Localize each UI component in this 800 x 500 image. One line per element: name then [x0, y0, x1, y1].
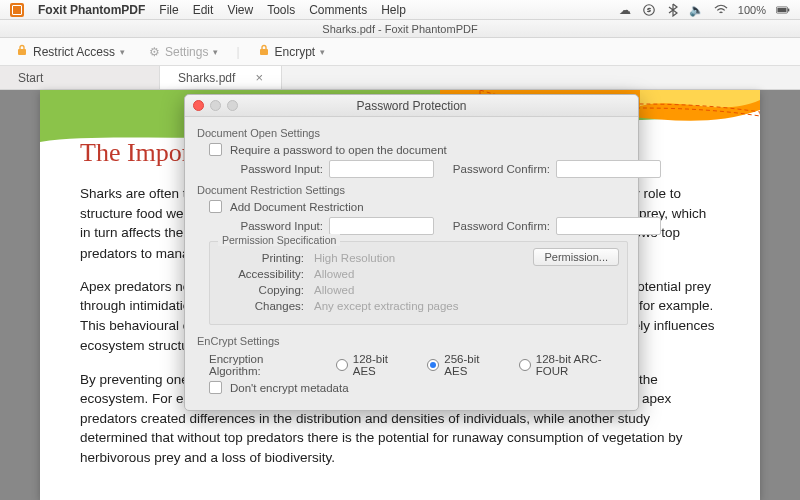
chevron-down-icon: ▾ [120, 47, 125, 57]
perm-printing-value: High Resolution [314, 252, 395, 264]
password-protection-dialog: Password Protection Document Open Settin… [184, 94, 639, 411]
tab-start[interactable]: Start [0, 66, 160, 89]
svg-rect-5 [260, 49, 268, 55]
encrypt-button[interactable]: Encrypt ▾ [252, 42, 332, 61]
battery-percent: 100% [738, 4, 766, 16]
close-window-button[interactable] [193, 100, 204, 111]
encryption-algorithm-label: Encryption Algorithm: [209, 353, 312, 377]
add-restriction-checkbox[interactable] [209, 200, 222, 213]
battery-icon [776, 3, 790, 17]
open-password-input-label: Password Input: [223, 163, 323, 175]
open-password-input[interactable] [329, 160, 434, 178]
chevron-down-icon: ▾ [320, 47, 325, 57]
settings-button: ⚙ Settings ▾ [143, 43, 224, 61]
add-restriction-label: Add Document Restriction [230, 201, 364, 213]
zoom-window-button [227, 100, 238, 111]
algo-128-arcfour-option[interactable]: 128-bit ARC-FOUR [519, 353, 628, 377]
window-controls [193, 100, 238, 111]
menu-file[interactable]: File [159, 3, 178, 17]
security-toolbar: Restrict Access ▾ ⚙ Settings ▾ | Encrypt… [0, 38, 800, 66]
permission-specification-box: Permission Specification Permission... P… [209, 241, 628, 325]
svg-rect-4 [18, 49, 26, 55]
chevron-down-icon: ▾ [213, 47, 218, 57]
permission-button[interactable]: Permission... [533, 248, 619, 266]
perm-copying-key: Copying: [218, 284, 304, 296]
bluetooth-icon[interactable] [666, 3, 680, 17]
restrict-password-confirm-label: Password Confirm: [450, 220, 550, 232]
encrypt-label: Encrypt [275, 45, 316, 59]
open-password-confirm[interactable] [556, 160, 661, 178]
app-name[interactable]: Foxit PhantomPDF [38, 3, 145, 17]
restrict-password-input[interactable] [329, 217, 434, 235]
svg-rect-2 [777, 7, 786, 11]
perm-changes-value: Any except extracting pages [314, 300, 458, 312]
wifi-icon[interactable] [714, 3, 728, 17]
restrict-password-confirm[interactable] [556, 217, 661, 235]
perm-changes-key: Changes: [218, 300, 304, 312]
menu-view[interactable]: View [227, 3, 253, 17]
menu-help[interactable]: Help [381, 3, 406, 17]
minimize-window-button [210, 100, 221, 111]
app-icon [10, 3, 24, 17]
require-password-checkbox[interactable] [209, 143, 222, 156]
permission-legend: Permission Specification [218, 234, 340, 246]
perm-printing-key: Printing: [218, 252, 304, 264]
menu-comments[interactable]: Comments [309, 3, 367, 17]
encryption-algorithm-row: Encryption Algorithm: 128-bit AES 256-bi… [209, 353, 628, 377]
dialog-title: Password Protection [356, 99, 466, 113]
tab-document[interactable]: Sharks.pdf × [160, 66, 282, 89]
cloud-icon[interactable]: ☁ [618, 3, 632, 17]
restrict-access-label: Restrict Access [33, 45, 115, 59]
lock-icon [16, 44, 28, 59]
algo-128-aes-option[interactable]: 128-bit AES [336, 353, 410, 377]
menu-edit[interactable]: Edit [193, 3, 214, 17]
mac-menubar: Foxit PhantomPDF File Edit View Tools Co… [0, 0, 800, 20]
dialog-titlebar[interactable]: Password Protection [185, 95, 638, 117]
algo-128-arcfour-label: 128-bit ARC-FOUR [536, 353, 628, 377]
algo-256-aes-label: 256-bit AES [444, 353, 501, 377]
lock-icon [258, 44, 270, 59]
close-tab-icon[interactable]: × [255, 70, 263, 85]
svg-rect-3 [788, 8, 789, 11]
volume-icon[interactable]: 🔈 [690, 3, 704, 17]
section-open-label: Document Open Settings [197, 127, 628, 139]
tab-start-label: Start [18, 71, 43, 85]
dont-encrypt-metadata-checkbox[interactable] [209, 381, 222, 394]
window-title-bar: Sharks.pdf - Foxit PhantomPDF [0, 20, 800, 38]
open-password-confirm-label: Password Confirm: [450, 163, 550, 175]
section-restriction-label: Document Restriction Settings [197, 184, 628, 196]
gear-icon: ⚙ [149, 45, 160, 59]
tab-document-label: Sharks.pdf [178, 71, 235, 85]
tab-strip: Start Sharks.pdf × [0, 66, 800, 90]
perm-copying-value: Allowed [314, 284, 354, 296]
perm-accessibility-value: Allowed [314, 268, 354, 280]
skype-icon[interactable] [642, 3, 656, 17]
restrict-access-button[interactable]: Restrict Access ▾ [10, 42, 131, 61]
section-encrypt-label: EnCrypt Settings [197, 335, 628, 347]
dont-encrypt-metadata-label: Don't encrypt metadata [230, 382, 349, 394]
menu-tools[interactable]: Tools [267, 3, 295, 17]
window-title: Sharks.pdf - Foxit PhantomPDF [322, 23, 477, 35]
perm-accessibility-key: Accessibility: [218, 268, 304, 280]
algo-128-aes-label: 128-bit AES [353, 353, 410, 377]
restrict-password-input-label: Password Input: [223, 220, 323, 232]
require-password-label: Require a password to open the document [230, 144, 447, 156]
algo-256-aes-option[interactable]: 256-bit AES [427, 353, 501, 377]
settings-label: Settings [165, 45, 208, 59]
